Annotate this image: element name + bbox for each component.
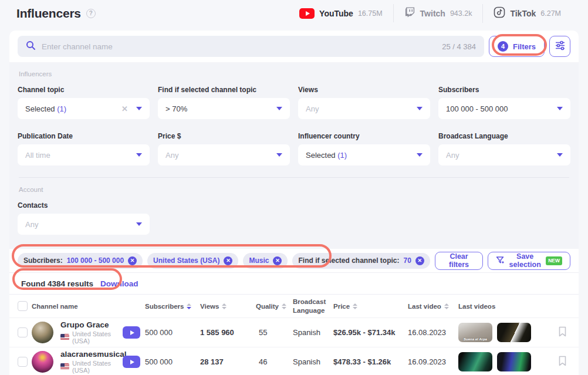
sort-icon xyxy=(444,303,449,309)
bookmark-icon[interactable] xyxy=(558,326,570,339)
filters-button[interactable]: 4 Filters xyxy=(489,36,545,57)
search-input[interactable] xyxy=(42,42,436,51)
cell-last-video: 16.09.2023 xyxy=(408,357,458,366)
tab-youtube-count: 16.75M xyxy=(358,9,383,18)
price-dropdown[interactable]: Any xyxy=(158,144,290,165)
remove-chip-icon[interactable]: ✕ xyxy=(273,256,282,265)
filter-label: Contacts xyxy=(18,201,150,210)
filter-label: Subscribers xyxy=(438,86,570,94)
select-all-checkbox[interactable] xyxy=(18,301,28,311)
filter-settings-button[interactable] xyxy=(549,36,570,57)
chevron-down-icon xyxy=(136,153,142,157)
chevron-down-icon xyxy=(417,107,423,110)
chip-topic: Music ✕ xyxy=(243,253,288,269)
col-last-videos: Last videos xyxy=(458,303,550,310)
sort-icon xyxy=(282,303,286,309)
filter-label: Channel topic xyxy=(18,86,150,94)
filter-label: Influencer country xyxy=(298,132,430,140)
tab-twitch[interactable]: Twitch 943.2k xyxy=(393,4,483,22)
sort-icon xyxy=(187,303,191,309)
chevron-down-icon xyxy=(557,153,563,157)
filter-subscribers: Subscribers 100 000 - 500 000 xyxy=(438,86,570,119)
active-filter-chips: Subcribers: 100 000 - 500 000 ✕ United S… xyxy=(9,249,579,273)
topic-percent-dropdown[interactable]: > 70% xyxy=(158,98,290,119)
section-label-influencers: Influencers xyxy=(19,70,570,77)
clear-filters-button[interactable]: Clear filters xyxy=(435,252,483,270)
tab-twitch-count: 943.2k xyxy=(450,9,472,18)
filter-price: Price $ Any xyxy=(158,132,290,165)
cell-language: Spanish xyxy=(293,328,333,337)
video-thumbnail[interactable] xyxy=(497,352,531,371)
col-language: Broadcast Language xyxy=(293,298,329,315)
section-label-account: Account xyxy=(19,186,570,193)
remove-chip-icon[interactable]: ✕ xyxy=(224,256,232,265)
download-link[interactable]: Download xyxy=(100,279,138,288)
filter-channel-topic: Channel topic Selected (1) ✕ xyxy=(18,86,150,119)
save-selection-label: Save selection xyxy=(508,252,542,269)
top-bar: Influencers ? YouTube 16.75M Twitch 943.… xyxy=(0,0,588,26)
us-flag-icon xyxy=(60,334,69,340)
filter-value: > 70% xyxy=(165,104,271,113)
filter-label: Broadcast Language xyxy=(438,132,570,140)
col-last-video[interactable]: Last video xyxy=(408,303,458,310)
new-badge: NEW xyxy=(546,256,562,265)
video-thumbnail[interactable] xyxy=(458,352,492,371)
sliders-icon xyxy=(555,40,566,53)
col-channel-name: Channel name xyxy=(32,303,123,310)
clear-icon[interactable]: ✕ xyxy=(119,104,130,113)
views-dropdown[interactable]: Any xyxy=(298,98,430,119)
country-dropdown[interactable]: Selected (1) xyxy=(298,144,430,165)
row-checkbox[interactable] xyxy=(18,357,28,367)
tiktok-icon xyxy=(494,6,505,21)
language-dropdown[interactable]: Any xyxy=(438,144,570,165)
remove-chip-icon[interactable]: ✕ xyxy=(415,256,424,265)
tab-tiktok[interactable]: TikTok 6.27M xyxy=(482,4,572,23)
us-flag-icon xyxy=(60,363,69,370)
help-icon[interactable]: ? xyxy=(86,9,96,18)
chip-country: United States (USA) ✕ xyxy=(147,253,238,269)
cell-price: $478.33 - $1.26k xyxy=(333,357,408,366)
channel-country: United States (USA) xyxy=(72,330,123,344)
subscribers-dropdown[interactable]: 100 000 - 500 000 xyxy=(438,98,570,119)
channel-topic-dropdown[interactable]: Selected (1) ✕ xyxy=(18,98,150,119)
funnel-plus-icon xyxy=(496,256,504,266)
search-row: 25 / 4 384 4 Filters xyxy=(9,31,579,62)
contacts-dropdown[interactable]: Any xyxy=(18,214,150,235)
results-count: Found 4384 results xyxy=(21,279,93,288)
filter-value: Any xyxy=(165,151,271,160)
sort-icon xyxy=(353,303,357,309)
col-price[interactable]: Price xyxy=(333,303,408,310)
filter-value: Any xyxy=(25,220,130,229)
youtube-play-button[interactable] xyxy=(123,326,140,339)
avatar xyxy=(32,322,53,343)
channel-name[interactable]: Grupo Grace xyxy=(60,320,123,330)
save-selection-button[interactable]: Save selection NEW xyxy=(488,252,570,270)
filter-label: Views xyxy=(298,86,430,94)
cell-views: 28 137 xyxy=(200,357,256,366)
remove-chip-icon[interactable]: ✕ xyxy=(128,256,137,265)
chevron-down-icon xyxy=(276,153,282,157)
col-views[interactable]: Views xyxy=(200,303,256,310)
publication-date-dropdown[interactable]: All time xyxy=(18,144,150,165)
filter-value: 100 000 - 500 000 xyxy=(446,104,551,113)
col-quality[interactable]: Quality xyxy=(256,303,293,310)
video-thumbnail[interactable]: Suena el Arpa xyxy=(458,323,492,342)
panel-divider xyxy=(19,177,569,178)
filter-language: Broadcast Language Any xyxy=(438,132,570,165)
page-title: Influencers xyxy=(16,6,81,21)
cell-subscribers: 500 000 xyxy=(145,328,200,337)
channel-name[interactable]: alacranesmusical xyxy=(60,350,127,360)
row-checkbox[interactable] xyxy=(18,327,28,337)
filter-value: Any xyxy=(306,104,411,113)
platform-tabs: YouTube 16.75M Twitch 943.2k TikTok 6.27… xyxy=(289,4,572,23)
tab-tiktok-label: TikTok xyxy=(510,9,536,18)
tab-youtube[interactable]: YouTube 16.75M xyxy=(289,6,393,21)
chevron-down-icon xyxy=(557,107,563,110)
bookmark-icon[interactable] xyxy=(558,356,570,369)
youtube-play-button[interactable] xyxy=(123,356,140,368)
col-subscribers[interactable]: Subscribers xyxy=(145,303,200,310)
video-thumbnail[interactable] xyxy=(497,323,531,342)
channel-country: United States (USA) xyxy=(72,360,127,374)
youtube-icon xyxy=(299,8,315,19)
cell-subscribers: 500 000 xyxy=(145,357,200,366)
